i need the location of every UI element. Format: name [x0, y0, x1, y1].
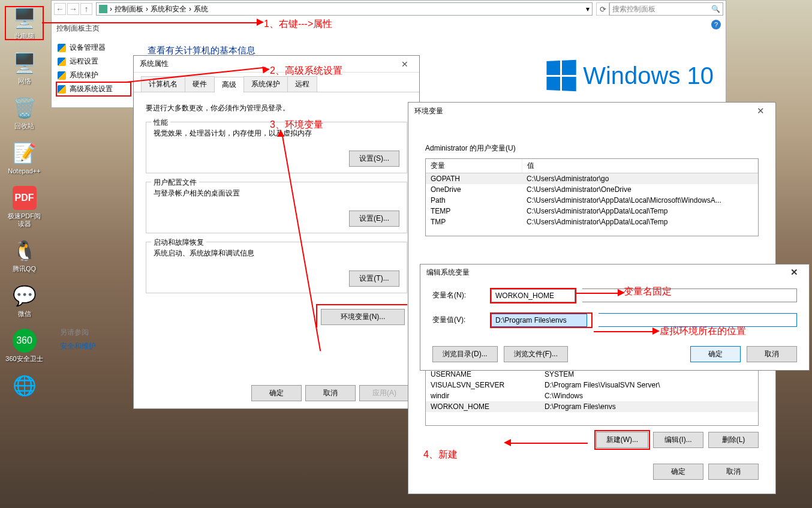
refresh-button[interactable]: ⟳	[596, 2, 609, 16]
ok-button[interactable]: 确定	[653, 464, 703, 480]
shield-icon	[58, 85, 66, 94]
system-vars-table[interactable]: USERNAMESYSTEM VISUALSVN_SERVERD:\Progra…	[425, 368, 759, 426]
sidebar-remote-settings[interactable]: 远程设置	[56, 55, 131, 68]
desktop-icon-chrome[interactable]: 🌐	[5, 374, 44, 398]
desktop-icons-col1: 🖥️此电脑 🖥️网络 🗑️回收站 📝Notepad++ PDF极速PDF阅读器 …	[5, 6, 44, 408]
var-name-input[interactable]	[491, 289, 575, 302]
performance-group: 性能 视觉效果，处理器计划，内存使用，以及虚拟内存 设置(S)...	[146, 122, 407, 173]
desktop-icon-pdf-reader[interactable]: PDF极速PDF阅读器	[5, 186, 44, 228]
table-row[interactable]: windirC:\Windows	[426, 390, 758, 401]
desktop-icon-label: 微信	[5, 310, 44, 318]
cancel-button[interactable]: 取消	[708, 464, 759, 480]
nav-forward-button[interactable]: →	[67, 3, 79, 15]
breadcrumb-item[interactable]: 控制面板	[115, 4, 143, 14]
ok-button[interactable]: 确定	[251, 385, 302, 401]
desktop-icon-network[interactable]: 🖥️网络	[5, 51, 44, 85]
group-desc: 与登录帐户相关的桌面设置	[154, 188, 399, 199]
desktop-icon-label: 360安全卫士	[5, 355, 44, 363]
sidebar-title: 控制面板主页	[56, 23, 131, 34]
user-vars-label: Administrator 的用户变量(U)	[425, 143, 759, 154]
tab-system-protection[interactable]: 系统保护	[243, 76, 288, 92]
ok-button[interactable]: 确定	[690, 346, 741, 362]
startup-recovery-settings-button[interactable]: 设置(T)...	[349, 270, 399, 287]
dialog-title: 环境变量	[414, 106, 443, 116]
group-title: 性能	[151, 118, 170, 128]
desktop-icon-label: Notepad++	[5, 167, 44, 175]
startup-recovery-group: 启动和故障恢复 系统启动、系统故障和调试信息 设置(T)...	[146, 242, 407, 293]
intro-text: 要进行大多数更改，你必须作为管理员登录。	[146, 103, 407, 113]
desktop-icon-wechat[interactable]: 💬微信	[5, 284, 44, 318]
sidebar-device-manager[interactable]: 设备管理器	[56, 41, 131, 55]
performance-settings-button[interactable]: 设置(S)...	[349, 151, 399, 167]
desktop-icon-label: 此电脑	[5, 32, 44, 40]
breadcrumb-icon	[99, 5, 107, 13]
table-row[interactable]: TEMPC:\Users\Administrator\AppData\Local…	[426, 206, 758, 217]
var-value-input[interactable]	[491, 314, 587, 327]
table-row[interactable]: TMPC:\Users\Administrator\AppData\Local\…	[426, 217, 758, 227]
table-row[interactable]: GOPATHC:\Users\Administrator\go	[426, 173, 758, 185]
browse-file-button[interactable]: 浏览文件(F)...	[504, 346, 568, 362]
close-button[interactable]: ✕	[752, 106, 769, 116]
nav-back-button[interactable]: ←	[54, 3, 66, 15]
shield-icon	[58, 58, 66, 66]
nav-up-button[interactable]: ↑	[80, 3, 92, 15]
group-desc: 系统启动、系统故障和调试信息	[154, 248, 399, 258]
sidebar-see-also: 另请参阅 安全和维护	[60, 324, 96, 351]
tab-hardware[interactable]: 硬件	[185, 76, 215, 92]
security-maintenance-link[interactable]: 安全和维护	[60, 341, 96, 351]
group-desc: 视觉效果，处理器计划，内存使用，以及虚拟内存	[154, 128, 399, 139]
dialog-title: 系统属性	[140, 59, 169, 69]
breadcrumb-bar[interactable]: › 控制面板› 系统和安全› 系统 ▾	[96, 2, 593, 16]
breadcrumb-item[interactable]: 系统	[194, 4, 208, 14]
col-header[interactable]: 值	[522, 159, 758, 173]
desktop-icon-label: 极速PDF阅读器	[5, 212, 44, 228]
tab-bar: 计算机名 硬件 高级 系统保护 远程	[134, 73, 419, 92]
user-vars-table[interactable]: 变量值 GOPATHC:\Users\Administrator\go OneD…	[425, 158, 759, 236]
environment-variables-button[interactable]: 环境变量(N)...	[321, 309, 405, 325]
search-input[interactable]: 搜索控制面板🔍	[609, 2, 723, 16]
group-title: 用户配置文件	[151, 178, 199, 188]
user-profiles-group: 用户配置文件 与登录帐户相关的桌面设置 设置(E)...	[146, 182, 407, 233]
desktop-icon-label: 回收站	[5, 122, 44, 130]
cancel-button[interactable]: 取消	[747, 346, 797, 362]
desktop-icon-label: 腾讯QQ	[5, 265, 44, 273]
user-profiles-settings-button[interactable]: 设置(E)...	[349, 211, 399, 227]
edit-sys-var-dialog: 编辑系统变量✕ 变量名(N): 变量值(V): 浏览目录(D)... 浏览文件(…	[420, 264, 810, 371]
breadcrumb-item[interactable]: 系统和安全	[151, 4, 187, 14]
var-name-label: 变量名(N):	[432, 290, 484, 300]
tab-advanced[interactable]: 高级	[214, 77, 244, 92]
desktop-icon-this-pc[interactable]: 🖥️此电脑	[5, 6, 44, 40]
dialog-title: 编辑系统变量	[426, 267, 470, 278]
shield-icon	[58, 44, 66, 52]
table-row[interactable]: PathC:\Users\Administrator\AppData\Local…	[426, 195, 758, 206]
tab-remote[interactable]: 远程	[287, 76, 317, 92]
close-button[interactable]: ✕	[786, 267, 803, 278]
windows-logo: Windows 10	[546, 61, 714, 91]
shield-icon	[58, 71, 66, 80]
cancel-button[interactable]: 取消	[305, 385, 356, 401]
var-value-label: 变量值(V):	[432, 315, 484, 325]
see-also-header: 另请参阅	[60, 327, 96, 338]
edit-button[interactable]: 编辑(I)...	[653, 432, 703, 448]
sidebar-advanced-system[interactable]: 高级系统设置	[56, 82, 131, 96]
sidebar-system-protection[interactable]: 系统保护	[56, 68, 131, 82]
system-properties-dialog: 系统属性✕ 计算机名 硬件 高级 系统保护 远程 要进行大多数更改，你必须作为管…	[133, 55, 420, 409]
desktop-icon-360[interactable]: 360360安全卫士	[5, 329, 44, 363]
desktop-icon-notepadpp[interactable]: 📝Notepad++	[5, 141, 44, 175]
desktop-icon-qq[interactable]: 🐧腾讯QQ	[5, 239, 44, 273]
close-button[interactable]: ✕	[396, 59, 413, 69]
desktop-icon-label: 网络	[5, 77, 44, 85]
search-icon: 🔍	[711, 5, 720, 13]
new-button[interactable]: 新建(W)...	[596, 432, 648, 448]
help-icon[interactable]: ?	[711, 20, 721, 29]
desktop-icon-recycle[interactable]: 🗑️回收站	[5, 96, 44, 130]
tab-computer-name[interactable]: 计算机名	[141, 76, 185, 92]
group-title: 启动和故障恢复	[151, 238, 206, 248]
table-row[interactable]: OneDriveC:\Users\Administrator\OneDrive	[426, 184, 758, 195]
col-header[interactable]: 变量	[426, 159, 522, 173]
table-row[interactable]: VISUALSVN_SERVERD:\Program Files\VisualS…	[426, 380, 758, 390]
browse-dir-button[interactable]: 浏览目录(D)...	[432, 346, 498, 362]
delete-button[interactable]: 删除(L)	[708, 432, 759, 448]
table-row[interactable]: WORKON_HOMED:\Program Files\envs	[426, 401, 758, 412]
apply-button[interactable]: 应用(A)	[359, 385, 410, 401]
